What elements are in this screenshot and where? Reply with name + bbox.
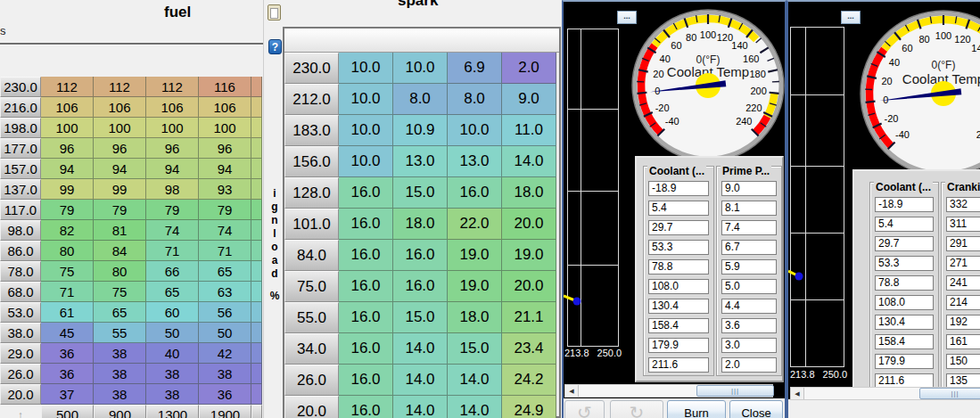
fuel-cell[interactable]: 38 — [94, 343, 146, 364]
curve-value-field[interactable]: -18.9 — [875, 197, 934, 212]
fuel-row-label[interactable]: 29.0 — [0, 343, 41, 364]
spark-cell[interactable]: 6.9 — [448, 53, 502, 84]
spark-cell[interactable]: 10.0 — [448, 115, 502, 146]
fuel-cell[interactable]: 94 — [94, 159, 146, 179]
fuel-cell[interactable]: 112 — [41, 77, 94, 97]
fuel-cell[interactable]: 50 — [146, 323, 199, 343]
fuel-cell[interactable]: 106 — [94, 97, 146, 118]
curve-value-field[interactable]: 2.0 — [721, 357, 777, 373]
spark-row-label[interactable]: 230.0 — [284, 53, 339, 84]
spark-cell[interactable]: 11.0 — [502, 115, 556, 146]
curve-value-field[interactable]: 5.4 — [875, 217, 934, 232]
curve-value-field[interactable]: 29.7 — [875, 236, 934, 251]
spark-cell[interactable]: 16.0 — [339, 333, 393, 365]
fuel-cell[interactable]: 94 — [41, 159, 94, 179]
fuel-cell[interactable]: 37 — [41, 384, 94, 405]
spark-cell[interactable]: 18.0 — [502, 177, 556, 209]
close-button[interactable]: Close — [729, 400, 783, 418]
fuel-row-label[interactable]: 177.0 — [0, 138, 41, 159]
curve-value-field[interactable]: 53.3 — [875, 256, 934, 271]
fuel-x-axis-label[interactable]: 1300 — [146, 405, 199, 418]
paste-icon[interactable] — [268, 4, 281, 20]
fuel-cell[interactable]: 71 — [41, 282, 94, 302]
spark-row-label[interactable]: 101.0 — [284, 209, 339, 240]
curve-value-field[interactable]: 78.8 — [875, 275, 934, 291]
spark-cell[interactable]: 20.0 — [502, 209, 556, 240]
scroll-left-arrow-icon[interactable]: ◀ — [565, 385, 579, 397]
spark-cell[interactable]: 10.9 — [393, 115, 448, 146]
curve-value-field[interactable]: -18.9 — [648, 181, 709, 196]
fuel-row-label[interactable]: 53.0 — [0, 302, 41, 323]
fuel-cell[interactable]: 116 — [199, 77, 251, 97]
spark-cell[interactable]: 16.0 — [339, 177, 393, 209]
spark-row-label[interactable]: 156.0 — [284, 146, 339, 177]
spark-cell[interactable]: 24.9 — [502, 396, 556, 418]
spark-cell[interactable]: 14.0 — [393, 365, 448, 396]
spark-row-label[interactable]: 75.0 — [284, 271, 339, 302]
fuel-row-label[interactable]: 198.0 — [0, 118, 41, 138]
spark-cell[interactable]: 16.0 — [339, 240, 393, 271]
curve-value-field[interactable]: 6.7 — [721, 240, 777, 255]
fuel-cell[interactable]: 36 — [41, 343, 94, 364]
spark-row-label[interactable]: 26.0 — [284, 365, 339, 396]
fuel-cell[interactable]: 66 — [146, 261, 199, 282]
redo-button[interactable]: ↻ — [610, 400, 663, 418]
fuel-cell[interactable]: 94 — [199, 159, 251, 179]
fuel-row-label[interactable]: 20.0 — [0, 384, 41, 405]
fuel-row-label[interactable]: 230.0 — [0, 77, 41, 97]
curve-value-field[interactable]: 311 — [946, 217, 980, 232]
curve-value-field[interactable]: 108.0 — [648, 279, 709, 294]
fuel-cell[interactable]: 38 — [94, 364, 146, 384]
fuel-row-label[interactable]: 157.0 — [0, 159, 41, 179]
fuel-row-label[interactable]: 98.0 — [0, 220, 41, 241]
fuel-cell[interactable]: 80 — [41, 241, 94, 261]
fuel-cell[interactable]: 100 — [41, 118, 94, 138]
curve-value-field[interactable]: 53.3 — [648, 240, 709, 255]
fuel-row-label[interactable]: 38.0 — [0, 323, 41, 343]
spark-cell[interactable]: 16.0 — [339, 396, 393, 418]
burn-button[interactable]: Burn — [667, 400, 726, 418]
spark-cell[interactable]: 19.0 — [448, 240, 502, 271]
fuel-cell[interactable]: 63 — [199, 282, 251, 302]
spark-cell[interactable]: 15.0 — [393, 302, 448, 333]
fuel-cell[interactable]: 96 — [199, 138, 251, 159]
curve-value-field[interactable]: 271 — [946, 256, 980, 271]
fuel-cell[interactable]: 42 — [199, 343, 251, 364]
fuel-cell[interactable]: 38 — [146, 364, 199, 384]
more-options-button[interactable]: ... — [841, 11, 861, 24]
spark-cell[interactable]: 19.0 — [502, 240, 556, 271]
spark-cell[interactable]: 15.0 — [448, 333, 502, 365]
fuel-cell[interactable]: 81 — [94, 220, 146, 241]
curve-value-field[interactable]: 241 — [946, 275, 980, 291]
fuel-cell[interactable]: 82 — [41, 220, 94, 241]
curve-value-field[interactable]: 158.4 — [648, 318, 709, 333]
fuel-cell[interactable]: 75 — [94, 282, 146, 302]
fuel-row-label[interactable]: 216.0 — [0, 97, 41, 118]
fuel-cell[interactable]: 50 — [199, 323, 251, 343]
fuel-cell[interactable]: 71 — [199, 241, 251, 261]
fuel-cell[interactable]: 61 — [41, 302, 94, 323]
fuel-cell[interactable]: 112 — [94, 77, 146, 97]
fuel-cell[interactable]: 80 — [94, 261, 146, 282]
horizontal-scrollbar[interactable]: ◀ ||| — [790, 387, 980, 400]
fuel-cell[interactable]: 96 — [146, 138, 199, 159]
spark-cell[interactable]: 20.0 — [502, 271, 556, 302]
fuel-cell[interactable]: 74 — [199, 220, 251, 241]
fuel-row-label[interactable]: 137.0 — [0, 179, 41, 200]
scroll-left-arrow-icon[interactable]: ◀ — [791, 388, 804, 399]
spark-row-label[interactable]: 84.0 — [284, 240, 339, 271]
curve-value-field[interactable]: 158.4 — [875, 334, 934, 349]
fuel-cell[interactable]: 60 — [146, 302, 199, 323]
fuel-cell[interactable]: 106 — [146, 97, 199, 118]
curve-value-field[interactable]: 5.0 — [721, 279, 777, 294]
curve-value-field[interactable]: 4.4 — [721, 299, 777, 314]
curve-value-field[interactable]: 161 — [946, 334, 980, 349]
spark-cell[interactable]: 10.0 — [339, 115, 393, 146]
curve-value-field[interactable]: 332 — [946, 197, 980, 212]
spark-cell[interactable]: 15.0 — [393, 177, 448, 209]
curve-value-field[interactable]: 179.9 — [875, 354, 934, 369]
fuel-x-axis-label[interactable]: 1900 — [199, 405, 251, 418]
spark-cell[interactable]: 16.0 — [393, 271, 448, 302]
curve-value-field[interactable]: 291 — [946, 236, 980, 251]
curve-endpoint-marker[interactable] — [788, 266, 806, 283]
